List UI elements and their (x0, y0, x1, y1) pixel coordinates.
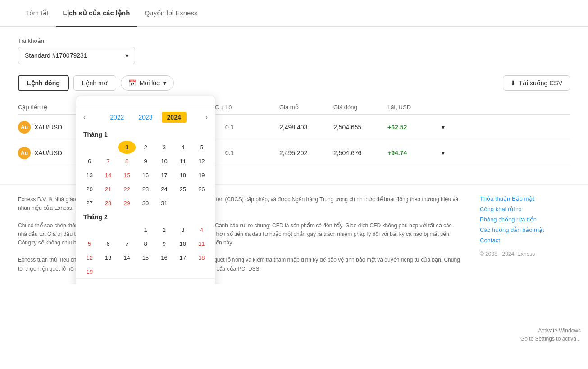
cal-empty (81, 141, 98, 154)
tab-tom-tat[interactable]: Tóm tắt (18, 0, 56, 26)
calendar-icon: 📅 (128, 79, 136, 87)
cal-day[interactable]: 4 (174, 141, 191, 154)
profit-value: +94.74 (387, 149, 442, 157)
cal-month-1-grid: 1 2 3 4 5 6 7 8 9 10 11 12 13 14 15 16 1… (76, 141, 215, 210)
chevron-down-icon: ▾ (163, 79, 166, 87)
cal-day[interactable]: 4 (193, 223, 210, 236)
cal-day[interactable]: 6 (99, 237, 117, 250)
profit-value: +62.52 (387, 124, 442, 131)
cal-day[interactable]: 1 (118, 141, 136, 154)
cal-day[interactable]: 31 (155, 197, 173, 210)
cal-day[interactable]: 18 (193, 251, 210, 264)
cal-date-range (76, 96, 215, 107)
pair-name: XAU/USD (34, 149, 62, 157)
expand-icon[interactable]: ▾ (442, 149, 460, 157)
tab-lich-su[interactable]: Lịch sử của các lệnh (56, 0, 137, 26)
footer-copyright: © 2008 - 2024. Exness (480, 251, 570, 257)
download-csv-button[interactable]: ⬇ Tải xuống CSV (503, 75, 570, 91)
cal-day[interactable]: 30 (137, 197, 154, 210)
cal-day[interactable]: 3 (155, 141, 173, 154)
cal-year-2022[interactable]: 2022 (105, 112, 129, 123)
cal-day[interactable]: 7 (99, 155, 117, 168)
main-content: Tài khoản Standard #170079231 ▾ Lệnh đón… (0, 37, 588, 166)
cal-day[interactable]: 18 (174, 169, 191, 182)
cal-day[interactable]: 28 (99, 197, 117, 210)
account-dropdown[interactable]: Standard #170079231 ▾ (18, 47, 135, 64)
date-filter-button[interactable]: 📅 Moi lúc ▾ (121, 75, 174, 91)
cal-day[interactable]: 22 (118, 183, 136, 196)
cal-day[interactable]: 20 (81, 183, 98, 196)
col-open-price: Giá mở (279, 104, 333, 111)
cal-day[interactable]: 21 (99, 183, 117, 196)
cal-day[interactable]: 8 (137, 237, 154, 250)
cal-empty (99, 223, 117, 236)
cal-year-2024[interactable]: 2024 (162, 112, 187, 123)
cal-day[interactable]: 26 (193, 183, 210, 196)
cal-day[interactable]: 15 (118, 169, 136, 182)
cal-day[interactable]: 12 (81, 251, 98, 264)
cal-day[interactable]: 14 (99, 169, 117, 182)
cal-day[interactable]: 17 (155, 169, 173, 182)
footer-link-contact[interactable]: Contact (480, 237, 570, 244)
cal-day[interactable]: 8 (118, 155, 136, 168)
cal-day[interactable]: 25 (174, 183, 191, 196)
cal-day[interactable]: 13 (99, 251, 117, 264)
cal-day[interactable]: 19 (193, 169, 210, 182)
cal-year-2023[interactable]: 2023 (133, 112, 158, 123)
col-profit: Lãi, USD (387, 104, 442, 111)
trade-lot: 0.1 (225, 149, 279, 157)
cal-day[interactable]: 19 (81, 265, 98, 278)
cal-day[interactable]: 7 (118, 237, 136, 250)
expand-icon[interactable]: ▾ (442, 124, 460, 131)
cal-day[interactable]: 11 (174, 155, 191, 168)
cal-empty (174, 197, 191, 210)
cal-day[interactable]: 2 (137, 141, 154, 154)
cal-day[interactable]: 5 (81, 237, 98, 250)
cal-quick-thang9[interactable]: tháng 9 (132, 283, 159, 284)
cal-month-2-label: Tháng 2 (76, 210, 215, 223)
pair-name: XAU/USD (34, 124, 62, 131)
cal-day[interactable]: 16 (137, 169, 154, 182)
cal-day[interactable]: 11 (193, 237, 210, 250)
lenh-mo-button[interactable]: Lệnh mở (73, 75, 116, 91)
cal-day[interactable]: 1 (137, 223, 154, 236)
cal-day[interactable]: 9 (137, 155, 154, 168)
cal-day[interactable]: 15 (137, 251, 154, 264)
cal-month-1-label: Tháng 1 (76, 127, 215, 141)
coin-icon: Au (18, 147, 31, 159)
col-close-price: Giá đóng (333, 104, 387, 111)
chevron-down-icon: ▾ (125, 52, 128, 59)
cal-day[interactable]: 10 (155, 155, 173, 168)
sort-icon[interactable]: ↓ (221, 104, 224, 111)
cal-day[interactable]: 5 (193, 141, 210, 154)
close-price: 2,504.655 (333, 124, 387, 131)
cal-day[interactable]: 13 (81, 169, 98, 182)
cal-day[interactable]: 9 (155, 237, 173, 250)
cal-day[interactable]: 27 (81, 197, 98, 210)
lenh-dong-button[interactable]: Lệnh đóng (18, 75, 69, 91)
footer-link-bao-mat[interactable]: Thỏa thuận Bảo mật (480, 195, 570, 202)
cal-prev-btn[interactable]: ‹ (83, 113, 86, 121)
tab-quyen-loi[interactable]: Quyền lợi Exness (137, 0, 205, 26)
cal-day[interactable]: 2 (155, 223, 173, 236)
open-price: 2,498.403 (279, 124, 333, 131)
cal-day[interactable]: 24 (155, 183, 173, 196)
cal-day[interactable]: 6 (81, 155, 98, 168)
footer-link-rui-ro[interactable]: Công khai rủi ro (480, 206, 570, 212)
cal-day[interactable]: 3 (174, 223, 191, 236)
cal-day[interactable]: 17 (174, 251, 191, 264)
cal-day[interactable]: 16 (155, 251, 173, 264)
cal-next-btn[interactable]: › (205, 113, 208, 121)
footer-link-rua-tien[interactable]: Phòng chống rửa tiền (480, 216, 570, 223)
close-price: 2,504.676 (333, 149, 387, 157)
footer-link-huong-dan[interactable]: Các hướng dẫn bảo mật (480, 226, 570, 233)
cal-day[interactable]: 10 (174, 237, 191, 250)
cal-quick-moiluc[interactable]: Moi lúc (175, 283, 202, 284)
cal-day[interactable]: 29 (118, 197, 136, 210)
cal-day[interactable]: 14 (118, 251, 136, 264)
cal-day[interactable]: 12 (193, 155, 210, 168)
cal-day[interactable]: 23 (137, 183, 154, 196)
download-label: Tải xuống CSV (519, 79, 562, 87)
cal-quick-thang8[interactable]: tháng 8 (89, 283, 115, 284)
date-filter-label: Moi lúc (140, 79, 160, 87)
